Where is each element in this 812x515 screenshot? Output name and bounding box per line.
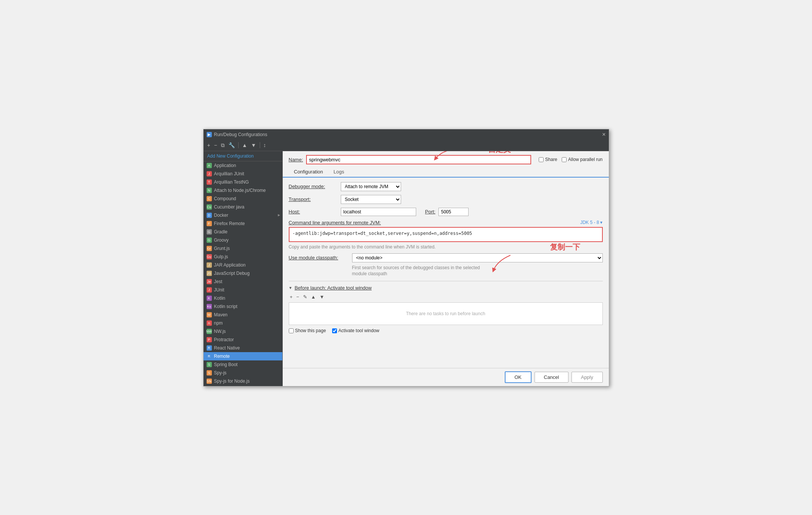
cmd-args-box[interactable]: -agentlib:jdwp=transport=dt_socket,serve… bbox=[289, 227, 603, 242]
sidebar-item-spy-js-node[interactable]: SN Spy-js for Node.js bbox=[204, 377, 282, 385]
jest-icon: Je bbox=[207, 279, 212, 284]
name-label: Name: bbox=[289, 157, 303, 162]
config-body: Debugger mode: Attach to remote JVM Tran… bbox=[283, 178, 609, 368]
junit-icon: J bbox=[207, 287, 212, 293]
name-input[interactable] bbox=[306, 155, 531, 164]
sidebar-item-protractor[interactable]: P Protractor bbox=[204, 336, 282, 344]
sidebar-label-groovy: Groovy bbox=[214, 238, 229, 243]
protractor-icon: P bbox=[207, 337, 212, 342]
remove-button[interactable]: − bbox=[213, 141, 219, 149]
sidebar-item-js-debug[interactable]: JS JavaScript Debug bbox=[204, 269, 282, 277]
sidebar-item-react-native[interactable]: R React Native bbox=[204, 344, 282, 352]
sidebar-item-spy-js[interactable]: S Spy-js bbox=[204, 369, 282, 377]
cucumber-icon: Cu bbox=[207, 204, 212, 210]
show-page-text: Show this page bbox=[295, 328, 326, 333]
copy-button[interactable]: ⧉ bbox=[219, 141, 226, 149]
sidebar-item-arquillian-testng[interactable]: T Arquillian TestNG bbox=[204, 178, 282, 186]
separator-1 bbox=[238, 142, 239, 148]
port-label: Port: bbox=[425, 209, 435, 215]
cancel-button[interactable]: Cancel bbox=[535, 372, 568, 383]
sidebar-item-docker[interactable]: D Docker bbox=[204, 211, 282, 219]
spy-js-icon: S bbox=[207, 370, 212, 376]
tabs-row: Configuration Logs bbox=[283, 167, 609, 178]
show-page-checkbox[interactable] bbox=[289, 328, 294, 333]
sidebar-item-testng[interactable]: T TestNG bbox=[204, 385, 282, 386]
firefox-icon: F bbox=[207, 221, 212, 226]
add-button[interactable]: + bbox=[206, 141, 212, 149]
sidebar: Add New Configuration A Application J Ar… bbox=[204, 151, 283, 386]
debugger-mode-label: Debugger mode: bbox=[289, 184, 338, 189]
kotlin-icon: K bbox=[207, 296, 212, 301]
sidebar-item-gulp[interactable]: Gu Gulp.js bbox=[204, 253, 282, 261]
launch-add-btn[interactable]: + bbox=[289, 294, 294, 300]
transport-row: Transport: Socket bbox=[289, 195, 603, 204]
jdk-link[interactable]: JDK 5 - 8 ▾ bbox=[580, 220, 602, 225]
toolbar: + − ⧉ 🔧 ▲ ▼ ↕ bbox=[204, 140, 609, 151]
share-checkbox-label[interactable]: Share bbox=[539, 157, 557, 162]
launch-edit-btn[interactable]: ✎ bbox=[302, 294, 308, 300]
apply-button[interactable]: Apply bbox=[571, 372, 603, 383]
sidebar-item-remote[interactable]: R Remote bbox=[204, 352, 282, 360]
add-new-configuration[interactable]: Add New Configuration bbox=[204, 151, 282, 161]
activate-tool-label[interactable]: Activate tool window bbox=[332, 328, 380, 333]
sidebar-label-gulp: Gulp.js bbox=[214, 254, 228, 259]
sort-button[interactable]: ↕ bbox=[262, 141, 268, 149]
sidebar-item-spring-boot[interactable]: S Spring Boot bbox=[204, 360, 282, 369]
sidebar-item-grunt[interactable]: Gr Grunt.js bbox=[204, 244, 282, 253]
parallel-checkbox-label[interactable]: Allow parallel run bbox=[562, 157, 602, 162]
sidebar-item-gradle[interactable]: G Gradle bbox=[204, 228, 282, 236]
react-native-icon: R bbox=[207, 345, 212, 351]
sidebar-item-application[interactable]: A Application bbox=[204, 161, 282, 170]
sidebar-item-jest[interactable]: Je Jest bbox=[204, 277, 282, 286]
sidebar-item-groovy[interactable]: G Groovy bbox=[204, 236, 282, 244]
debugger-mode-select[interactable]: Attach to remote JVM bbox=[341, 182, 401, 191]
module-label: Use module classpath: bbox=[289, 255, 349, 261]
activate-tool-checkbox[interactable] bbox=[332, 328, 337, 333]
launch-remove-btn[interactable]: − bbox=[295, 294, 300, 300]
tab-logs[interactable]: Logs bbox=[328, 167, 349, 178]
move-up-button[interactable]: ▲ bbox=[241, 141, 249, 149]
launch-down-btn[interactable]: ▼ bbox=[319, 294, 326, 300]
sidebar-label-docker: Docker bbox=[214, 213, 228, 218]
sidebar-item-kotlin-script[interactable]: Ks Kotlin script bbox=[204, 302, 282, 311]
sidebar-item-kotlin[interactable]: K Kotlin bbox=[204, 294, 282, 302]
sidebar-item-arquillian-junit[interactable]: J Arquillian JUnit bbox=[204, 170, 282, 178]
collapse-icon[interactable]: ▼ bbox=[289, 286, 293, 290]
sidebar-label-compound: Compound bbox=[214, 196, 236, 201]
sidebar-item-nwjs[interactable]: NW NW.js bbox=[204, 327, 282, 336]
sidebar-item-attach-nodejs[interactable]: N Attach to Node.js/Chrome bbox=[204, 186, 282, 195]
sidebar-item-junit[interactable]: J JUnit bbox=[204, 286, 282, 294]
docker-icon: D bbox=[207, 213, 212, 218]
launch-up-btn[interactable]: ▲ bbox=[310, 294, 317, 300]
sidebar-item-maven[interactable]: M Maven bbox=[204, 311, 282, 319]
sidebar-item-npm[interactable]: n npm bbox=[204, 319, 282, 327]
module-select[interactable]: <no module> bbox=[352, 253, 603, 262]
spy-js-node-icon: SN bbox=[207, 379, 212, 384]
sidebar-label-gradle: Gradle bbox=[214, 229, 228, 235]
sidebar-item-cucumber[interactable]: Cu Cucumber java bbox=[204, 203, 282, 211]
gulp-icon: Gu bbox=[207, 254, 212, 259]
close-button[interactable]: × bbox=[602, 132, 605, 138]
transport-select[interactable]: Socket bbox=[341, 195, 401, 204]
sidebar-item-firefox[interactable]: F Firefox Remote bbox=[204, 219, 282, 228]
sidebar-item-compound[interactable]: C Compound bbox=[204, 195, 282, 203]
sidebar-item-jar[interactable]: J JAR Application bbox=[204, 261, 282, 269]
ok-button[interactable]: OK bbox=[505, 371, 532, 383]
sidebar-label-js-debug: JavaScript Debug bbox=[214, 271, 250, 276]
launch-mini-toolbar: + − ✎ ▲ ▼ bbox=[289, 294, 603, 300]
sidebar-label-arquillian-testng: Arquillian TestNG bbox=[214, 179, 249, 185]
before-launch-title: Before launch: Activate tool window bbox=[294, 285, 372, 291]
move-down-button[interactable]: ▼ bbox=[250, 141, 258, 149]
share-checkbox[interactable] bbox=[539, 157, 544, 162]
share-label: Share bbox=[545, 157, 557, 162]
show-page-label[interactable]: Show this page bbox=[289, 328, 326, 333]
name-row: Name: Share Allow parallel run bbox=[283, 151, 609, 167]
tab-configuration[interactable]: Configuration bbox=[289, 167, 328, 178]
settings-button[interactable]: 🔧 bbox=[227, 141, 236, 149]
parallel-checkbox[interactable] bbox=[562, 157, 567, 162]
host-input[interactable] bbox=[341, 208, 416, 216]
sidebar-label-protractor: Protractor bbox=[214, 337, 234, 342]
gradle-icon: G bbox=[207, 229, 212, 235]
sidebar-label-npm: npm bbox=[214, 320, 223, 326]
port-input[interactable] bbox=[438, 208, 469, 216]
